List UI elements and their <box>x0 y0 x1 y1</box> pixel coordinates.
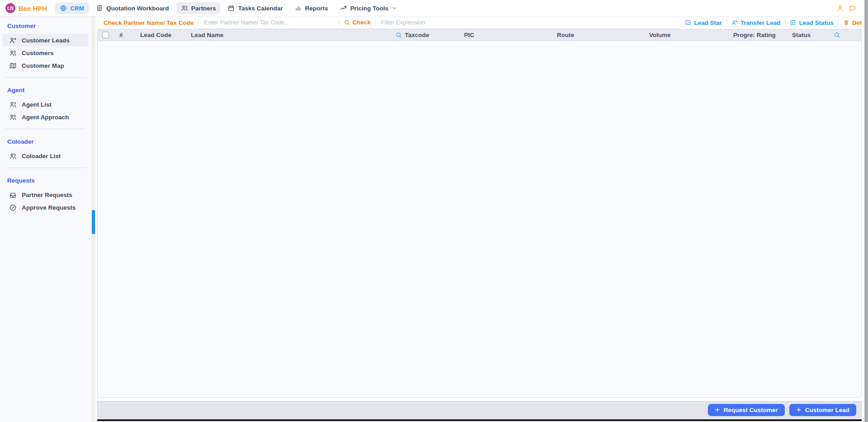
column-header-pic[interactable]: PIC <box>464 32 557 38</box>
sidebar-section-requests: Requests <box>0 173 91 188</box>
column-header-lead-code[interactable]: Lead Code <box>140 32 191 38</box>
sidebar-item-customers[interactable]: Customers <box>3 47 89 59</box>
person-plus-icon <box>731 19 738 26</box>
navbar-right-icons <box>836 5 856 12</box>
sidebar-scrollbar[interactable] <box>91 16 95 422</box>
plus-icon <box>715 407 720 413</box>
bar-chart-icon <box>294 5 302 12</box>
customer-lead-button[interactable]: Customer Lead <box>789 404 856 416</box>
partner-name-input[interactable] <box>203 18 339 27</box>
chevron-down-icon <box>392 5 397 11</box>
person-plus-icon <box>9 37 17 44</box>
toolbar-divider <box>375 19 376 26</box>
user-icon[interactable] <box>836 5 844 12</box>
sidebar-item-label: Customer Leads <box>22 37 70 44</box>
calendar-icon <box>228 5 235 12</box>
sidebar-item-approve-requests[interactable]: Approve Requests <box>3 201 89 214</box>
sidebar-scrollbar-thumb[interactable] <box>92 210 95 234</box>
sidebar-item-label: Customers <box>22 50 54 56</box>
select-all-checkbox[interactable] <box>102 32 109 38</box>
nav-item-pricing-tools[interactable]: Pricing Tools <box>335 2 402 14</box>
sidebar-item-customer-leads[interactable]: Customer Leads <box>3 34 89 47</box>
page-scrollbar-thumb[interactable] <box>864 0 868 422</box>
column-header-taxcode-label: Taxcode <box>405 32 429 38</box>
check-square-icon <box>685 19 691 26</box>
search-icon <box>344 19 350 26</box>
search-icon[interactable] <box>834 32 840 38</box>
search-icon[interactable] <box>395 32 402 38</box>
column-header-status-label: Status <box>792 32 834 38</box>
people-icon <box>9 152 17 160</box>
transfer-lead-button[interactable]: Transfer Lead <box>731 19 781 26</box>
sidebar-section-customer: Customer <box>0 17 91 34</box>
column-header-lead-name[interactable]: Lead Name <box>191 32 350 38</box>
delete-button[interactable]: Del <box>843 19 862 26</box>
footer-bar: Request Customer Customer Lead <box>97 401 862 418</box>
nav-item-crm[interactable]: CRM <box>55 2 89 14</box>
lead-star-label: Lead Star <box>694 19 722 26</box>
page-scrollbar[interactable] <box>864 0 868 422</box>
sidebar-item-coloader-list[interactable]: Coloader List <box>3 150 89 162</box>
sidebar-section-coloader: Coloader <box>0 135 91 150</box>
top-navbar: LN Bee HPH CRM Quotation Workboard Partn… <box>0 0 868 16</box>
lead-status-button[interactable]: Lead Status <box>790 19 834 26</box>
nav-item-quotation-workboard[interactable]: Quotation Workboard <box>91 2 174 14</box>
check-square-icon <box>790 19 796 26</box>
column-header-index[interactable]: # <box>119 32 140 38</box>
lead-star-button[interactable]: Lead Star <box>685 19 722 26</box>
column-header-volume[interactable]: Volume <box>649 32 733 38</box>
sidebar-section-agent: Agent <box>0 83 91 98</box>
sidebar-item-customer-map[interactable]: Customer Map <box>3 59 89 72</box>
globe-icon <box>60 5 67 12</box>
sidebar-item-label: Customer Map <box>22 62 64 69</box>
leads-table: # Lead Code Lead Name Date Created Taxco… <box>97 29 862 398</box>
toolbar: Check Partner Name/ Tax Code Check Lead … <box>97 16 862 29</box>
brand-name: Bee HPH <box>19 5 47 12</box>
filter-expression-input[interactable] <box>380 18 679 27</box>
sidebar-divider <box>5 168 86 168</box>
toolbar-divider <box>726 19 727 27</box>
request-customer-button[interactable]: Request Customer <box>708 404 785 416</box>
brand[interactable]: LN Bee HPH <box>5 3 47 13</box>
toolbar-divider <box>339 19 339 26</box>
sidebar-item-agent-approach[interactable]: Agent Approach <box>3 111 89 123</box>
table-header-row: # Lead Code Lead Name Date Created Taxco… <box>98 29 861 41</box>
brand-avatar: LN <box>5 3 15 13</box>
column-header-taxcode[interactable]: Taxcode <box>395 32 464 38</box>
check-partner-label: Check Partner Name/ Tax Code <box>104 19 194 26</box>
nav-item-partners[interactable]: Partners <box>176 2 221 14</box>
people-icon <box>9 101 17 108</box>
toolbar-input-group: Check <box>194 16 678 29</box>
sidebar-item-label: Coloader List <box>22 153 61 159</box>
sidebar: Customer Customer Leads Customers Custom… <box>0 16 91 422</box>
column-header-route[interactable]: Route <box>557 32 649 38</box>
people-icon <box>181 5 188 12</box>
nav-item-label: Quotation Workboard <box>106 5 169 12</box>
transfer-lead-label: Transfer Lead <box>740 19 781 26</box>
bottom-divider-bar <box>97 419 862 421</box>
sidebar-divider <box>5 129 86 129</box>
sidebar-item-agent-list[interactable]: Agent List <box>3 98 89 111</box>
column-header-progress-rating[interactable]: Progre: Rating <box>733 32 792 38</box>
check-button[interactable]: Check <box>344 19 371 26</box>
trash-icon <box>843 19 849 26</box>
table-body-empty <box>98 41 861 397</box>
map-icon <box>9 62 17 70</box>
nav-item-reports[interactable]: Reports <box>290 2 332 14</box>
nav-item-tasks-calendar[interactable]: Tasks Calendar <box>223 2 287 14</box>
toolbar-divider <box>198 19 199 26</box>
column-header-status[interactable]: Status <box>792 32 861 38</box>
check-button-label: Check <box>352 19 371 26</box>
inbox-icon <box>9 191 17 199</box>
nav-item-label: Partners <box>191 5 216 12</box>
toolbar-divider <box>838 19 839 27</box>
sidebar-item-label: Agent Approach <box>22 114 69 121</box>
toolbar-actions: Lead Star Transfer Lead Lead Status Del <box>685 19 862 27</box>
nav-item-label: CRM <box>70 5 84 12</box>
plus-icon <box>796 407 802 413</box>
sidebar-divider <box>5 77 86 78</box>
toolbar-divider <box>785 19 785 27</box>
chat-icon[interactable] <box>849 5 856 12</box>
sidebar-item-partner-requests[interactable]: Partner Requests <box>3 188 89 201</box>
nav-item-label: Pricing Tools <box>350 5 389 12</box>
